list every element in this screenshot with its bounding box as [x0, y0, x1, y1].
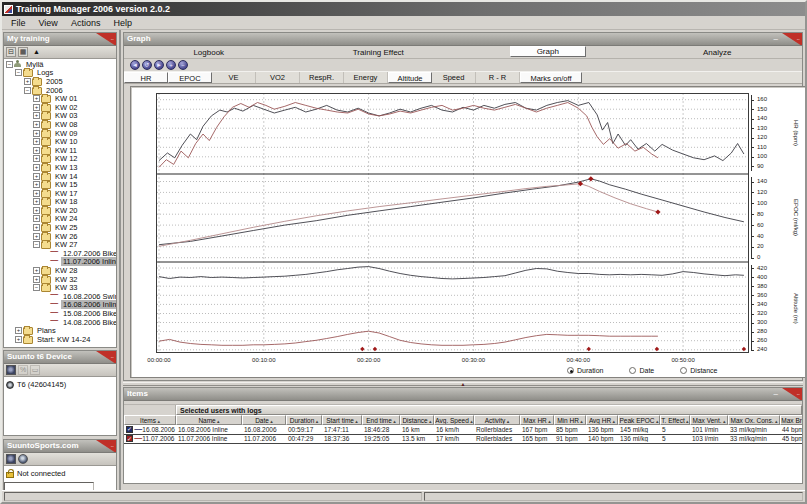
expand-toggle-icon[interactable]	[6, 61, 13, 68]
graph-subtab[interactable]: Speed	[432, 72, 476, 83]
collapse-icon[interactable]: ▲	[33, 47, 40, 57]
tree-item[interactable]: Logs	[4, 69, 116, 78]
radio-icon[interactable]	[567, 367, 574, 374]
my-training-header[interactable]: My training ∙∙	[4, 33, 116, 46]
minimize-icon[interactable]: –	[774, 34, 778, 44]
graph-subtab[interactable]: Altitude	[388, 72, 432, 83]
graph-tab[interactable]: Training Effect	[294, 47, 464, 58]
radio-label[interactable]: Duration	[577, 367, 603, 374]
expand-toggle-icon[interactable]	[15, 69, 22, 76]
tree-item[interactable]: KW 32	[4, 275, 116, 284]
tree-item[interactable]: 11.07.2006 Inline	[4, 258, 116, 267]
tree-item-label[interactable]: 14.08.2006 Bike	[61, 318, 116, 327]
expand-toggle-icon[interactable]	[24, 87, 31, 94]
expand-toggle-icon[interactable]	[33, 164, 40, 171]
graph-subtab[interactable]: VE	[212, 72, 256, 83]
graph-subtab[interactable]: HR	[124, 72, 168, 83]
chart-plot[interactable]	[156, 93, 749, 353]
x-mode-radio[interactable]: Duration	[567, 367, 603, 374]
tree-item[interactable]: KW 10	[4, 137, 116, 146]
expand-toggle-icon[interactable]	[15, 327, 22, 334]
tree-item[interactable]: 14.08.2006 Bike	[4, 318, 116, 327]
horizontal-splitter[interactable]: ▲	[123, 382, 803, 386]
expand-toggle-icon[interactable]	[33, 207, 40, 214]
graph-nav-button[interactable]: −	[178, 60, 188, 70]
tree-item[interactable]: KW 20	[4, 206, 116, 215]
expand-toggle-icon[interactable]	[33, 224, 40, 231]
column-header[interactable]: Name ▴	[176, 415, 242, 425]
tree-item[interactable]: KW 14	[4, 172, 116, 181]
column-header[interactable]: Avg HR ▴	[586, 415, 618, 425]
column-header[interactable]: Max Breat. ▴	[780, 415, 802, 425]
graph-subtab[interactable]: Energy	[344, 72, 388, 83]
menu-item[interactable]: Actions	[65, 17, 107, 29]
expand-toggle-icon[interactable]	[33, 181, 40, 188]
graph-subtab[interactable]: R - R	[476, 72, 520, 83]
graph-tab-label[interactable]: Logbook	[193, 48, 224, 57]
tree-item[interactable]: KW 15	[4, 180, 116, 189]
column-header[interactable]: Items ▴	[124, 415, 176, 425]
graph-tab[interactable]: Logbook	[124, 47, 294, 58]
expand-toggle-icon[interactable]	[33, 95, 40, 102]
tree-item[interactable]: 2006	[4, 86, 116, 95]
column-header[interactable]: T. Effect ▴	[660, 415, 690, 425]
expand-toggle-icon[interactable]	[24, 78, 31, 85]
device-item-label[interactable]: T6 (42604145)	[17, 380, 66, 389]
expand-toggle-icon[interactable]	[33, 190, 40, 197]
expand-toggle-icon[interactable]	[33, 267, 40, 274]
expand-toggle-icon[interactable]	[33, 276, 40, 283]
tree-item[interactable]: 12.07.2006 Bike	[4, 249, 116, 258]
globe-icon[interactable]	[18, 454, 28, 464]
menu-item[interactable]: File	[5, 17, 32, 29]
table-row[interactable]: 16.08.2006 Inl 16.08.2006 Inline16.08.20…	[124, 425, 802, 435]
tree-item[interactable]: Myllä	[4, 60, 116, 69]
expand-toggle-icon[interactable]	[33, 130, 40, 137]
tree-item[interactable]: KW 18	[4, 198, 116, 207]
menu-item[interactable]: View	[33, 17, 64, 29]
radio-label[interactable]: Date	[639, 367, 654, 374]
expand-toggle-icon[interactable]	[33, 215, 40, 222]
tree-item[interactable]: KW 17	[4, 189, 116, 198]
expand-toggle-icon[interactable]	[33, 155, 40, 162]
graph-nav-button[interactable]: +	[166, 60, 176, 70]
tree-item[interactable]: KW 13	[4, 163, 116, 172]
expand-toggle-icon[interactable]	[33, 138, 40, 145]
graph-subtab[interactable]: RespR.	[300, 72, 344, 83]
graph-nav-button[interactable]: ►	[154, 60, 164, 70]
items-cell[interactable]: 11.07.2006 Inl	[124, 435, 176, 442]
tree-view-icon[interactable]: ⊟	[6, 47, 16, 57]
tree-item[interactable]: Plans	[4, 326, 116, 335]
tree-item[interactable]: KW 11	[4, 146, 116, 155]
radio-icon[interactable]	[680, 367, 687, 374]
column-header[interactable]: Peak EPOC ▴	[618, 415, 660, 425]
device-item[interactable]: T6 (42604145)	[4, 377, 116, 392]
radio-icon[interactable]	[629, 367, 636, 374]
tree-item[interactable]: KW 25	[4, 223, 116, 232]
expand-toggle-icon[interactable]	[33, 233, 40, 240]
expand-toggle-icon[interactable]	[33, 173, 40, 180]
x-mode-radio[interactable]: Date	[629, 367, 654, 374]
device-transfer-icon[interactable]: %	[18, 365, 28, 375]
graph-tab[interactable]: Graph	[463, 45, 633, 58]
expand-toggle-icon[interactable]	[33, 104, 40, 111]
tree-item[interactable]: KW 02	[4, 103, 116, 112]
tree-item[interactable]: KW 33	[4, 283, 116, 292]
tree-item[interactable]: KW 09	[4, 129, 116, 138]
menu-item[interactable]: Help	[107, 17, 138, 29]
tree-item-label[interactable]: Start: KW 14-24	[35, 335, 92, 344]
checkbox-icon[interactable]	[126, 426, 133, 433]
graph-tab-label[interactable]: Analyze	[703, 48, 731, 57]
tree-item[interactable]: 15.08.2006 Bike	[4, 309, 116, 318]
tree-item[interactable]: KW 12	[4, 155, 116, 164]
suuntosports-header[interactable]: SuuntoSports.com ∙∙	[4, 440, 116, 453]
expand-toggle-icon[interactable]	[15, 336, 22, 343]
column-header[interactable]: Duration ▴	[286, 415, 322, 425]
tree-item[interactable]: KW 26	[4, 232, 116, 241]
device-panel-header[interactable]: Suunto t6 Device ∙∙	[4, 351, 116, 364]
expand-toggle-icon[interactable]	[33, 147, 40, 154]
tree-item[interactable]: KW 01	[4, 94, 116, 103]
checkbox-icon[interactable]	[126, 435, 133, 442]
device-sync-icon[interactable]	[6, 365, 16, 375]
expand-toggle-icon[interactable]	[33, 121, 40, 128]
tree-item[interactable]: Start: KW 14-24	[4, 335, 116, 344]
